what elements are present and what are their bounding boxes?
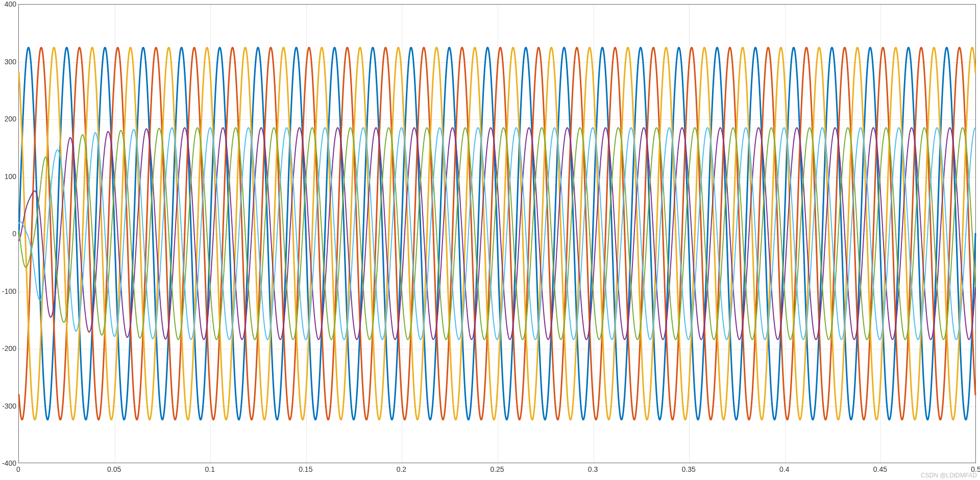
y-tick-label: 100: [5, 172, 16, 181]
y-tick-label: -100: [2, 287, 16, 295]
x-tick-label: 0.15: [299, 465, 312, 473]
x-tick-label: 0.2: [397, 465, 406, 473]
x-tick-label: 0.4: [779, 465, 789, 473]
y-tick-label: -400: [2, 459, 16, 467]
watermark-text: CSDN @LDtDMFAD: [921, 472, 977, 479]
y-tick-label: 0: [12, 230, 16, 238]
y-tick-label: -200: [2, 344, 16, 352]
x-tick-label: 0.45: [873, 465, 887, 473]
y-tick-label: -300: [2, 402, 16, 410]
x-tick-label: 0.1: [205, 465, 214, 473]
x-tick-label: 0: [16, 465, 20, 473]
y-tick-label: 400: [5, 0, 16, 8]
plot-area[interactable]: [18, 4, 976, 463]
x-tick-label: 0.3: [588, 465, 598, 473]
y-tick-label: 200: [5, 115, 16, 123]
y-tick-label: 300: [5, 58, 16, 66]
x-tick-label: 0.05: [107, 465, 121, 473]
chart-container: -400 -300 -200 -100 0 100 200 300 400 0 …: [0, 0, 980, 480]
x-tick-label: 0.35: [682, 465, 696, 473]
plot-svg: [19, 5, 975, 463]
x-tick-label: 0.25: [490, 465, 504, 473]
